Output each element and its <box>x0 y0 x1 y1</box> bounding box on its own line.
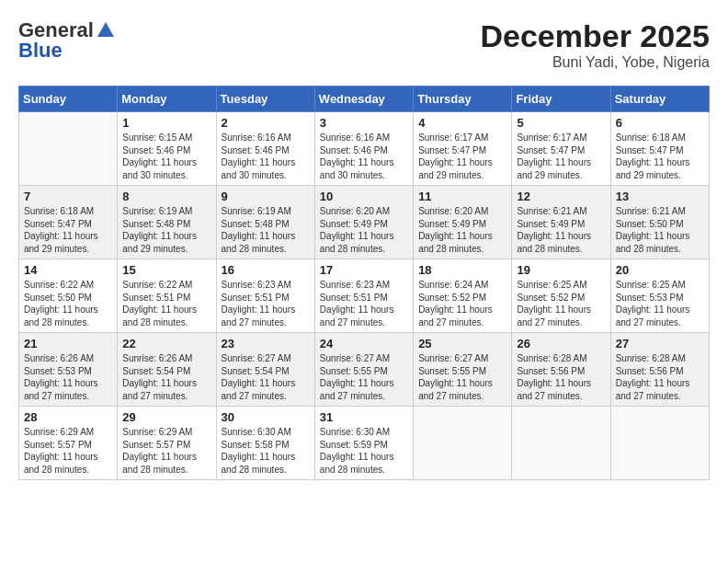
cell-info: Sunrise: 6:29 AM Sunset: 5:57 PM Dayligh… <box>122 427 197 475</box>
calendar-cell: 4 Sunrise: 6:17 AM Sunset: 5:47 PM Dayli… <box>414 112 512 186</box>
calendar-week-row: 21 Sunrise: 6:26 AM Sunset: 5:53 PM Dayl… <box>19 333 710 407</box>
calendar-cell: 25 Sunrise: 6:27 AM Sunset: 5:55 PM Dayl… <box>414 333 512 407</box>
calendar-cell <box>610 407 709 480</box>
logo: General Blue <box>18 18 116 63</box>
cell-info: Sunrise: 6:19 AM Sunset: 5:48 PM Dayligh… <box>122 206 197 254</box>
calendar-cell: 28 Sunrise: 6:29 AM Sunset: 5:57 PM Dayl… <box>19 407 118 480</box>
cell-info: Sunrise: 6:23 AM Sunset: 5:51 PM Dayligh… <box>222 280 296 327</box>
cell-info: Sunrise: 6:18 AM Sunset: 5:47 PM Dayligh… <box>616 132 690 180</box>
cell-info: Sunrise: 6:21 AM Sunset: 5:49 PM Dayligh… <box>517 206 591 254</box>
calendar-header-row: SundayMondayTuesdayWednesdayThursdayFrid… <box>19 86 710 112</box>
cell-info: Sunrise: 6:20 AM Sunset: 5:49 PM Dayligh… <box>418 206 493 254</box>
day-number: 1 <box>122 116 210 130</box>
logo-icon <box>96 20 116 40</box>
page-subtitle: Buni Yadi, Yobe, Nigeria <box>480 54 710 71</box>
cell-info: Sunrise: 6:25 AM Sunset: 5:52 PM Dayligh… <box>517 280 591 327</box>
calendar-cell: 22 Sunrise: 6:26 AM Sunset: 5:54 PM Dayl… <box>118 333 216 407</box>
day-number: 29 <box>122 410 210 424</box>
cell-info: Sunrise: 6:16 AM Sunset: 5:46 PM Dayligh… <box>222 132 296 180</box>
calendar-cell: 18 Sunrise: 6:24 AM Sunset: 5:52 PM Dayl… <box>414 259 512 333</box>
cell-info: Sunrise: 6:23 AM Sunset: 5:51 PM Dayligh… <box>320 280 394 327</box>
day-number: 13 <box>616 190 704 203</box>
calendar-week-row: 28 Sunrise: 6:29 AM Sunset: 5:57 PM Dayl… <box>19 407 710 480</box>
calendar-cell: 15 Sunrise: 6:22 AM Sunset: 5:51 PM Dayl… <box>118 259 216 333</box>
calendar-cell: 9 Sunrise: 6:19 AM Sunset: 5:48 PM Dayli… <box>216 186 314 259</box>
calendar-cell: 24 Sunrise: 6:27 AM Sunset: 5:55 PM Dayl… <box>314 333 413 407</box>
cell-info: Sunrise: 6:26 AM Sunset: 5:54 PM Dayligh… <box>122 353 197 401</box>
calendar-table: SundayMondayTuesdayWednesdayThursdayFrid… <box>18 86 710 480</box>
day-number: 11 <box>418 190 506 203</box>
calendar-week-row: 7 Sunrise: 6:18 AM Sunset: 5:47 PM Dayli… <box>19 186 710 259</box>
calendar-week-row: 14 Sunrise: 6:22 AM Sunset: 5:50 PM Dayl… <box>19 259 710 333</box>
cell-info: Sunrise: 6:22 AM Sunset: 5:51 PM Dayligh… <box>122 280 197 327</box>
weekday-header: Sunday <box>19 86 118 112</box>
day-number: 20 <box>616 263 704 277</box>
day-number: 19 <box>517 263 605 277</box>
day-number: 23 <box>222 337 310 350</box>
page-header: General Blue December 2025 Buni Yadi, Yo… <box>18 18 710 71</box>
page-title: December 2025 <box>480 18 710 54</box>
day-number: 17 <box>320 263 408 277</box>
day-number: 9 <box>222 190 310 203</box>
day-number: 27 <box>616 337 704 350</box>
cell-info: Sunrise: 6:15 AM Sunset: 5:46 PM Dayligh… <box>122 132 197 180</box>
cell-info: Sunrise: 6:27 AM Sunset: 5:55 PM Dayligh… <box>320 353 394 401</box>
day-number: 6 <box>616 116 704 130</box>
cell-info: Sunrise: 6:18 AM Sunset: 5:47 PM Dayligh… <box>24 206 98 254</box>
calendar-cell: 20 Sunrise: 6:25 AM Sunset: 5:53 PM Dayl… <box>610 259 709 333</box>
calendar-cell: 17 Sunrise: 6:23 AM Sunset: 5:51 PM Dayl… <box>314 259 413 333</box>
cell-info: Sunrise: 6:28 AM Sunset: 5:56 PM Dayligh… <box>616 353 690 401</box>
calendar-cell <box>512 407 610 480</box>
calendar-cell: 13 Sunrise: 6:21 AM Sunset: 5:50 PM Dayl… <box>610 186 709 259</box>
calendar-cell: 5 Sunrise: 6:17 AM Sunset: 5:47 PM Dayli… <box>512 112 610 186</box>
svg-marker-0 <box>97 22 114 37</box>
calendar-cell: 19 Sunrise: 6:25 AM Sunset: 5:52 PM Dayl… <box>512 259 610 333</box>
cell-info: Sunrise: 6:27 AM Sunset: 5:54 PM Dayligh… <box>222 353 296 401</box>
day-number: 22 <box>122 337 210 350</box>
cell-info: Sunrise: 6:17 AM Sunset: 5:47 PM Dayligh… <box>418 132 493 180</box>
cell-info: Sunrise: 6:26 AM Sunset: 5:53 PM Dayligh… <box>24 353 98 401</box>
weekday-header: Saturday <box>610 86 709 112</box>
weekday-header: Thursday <box>414 86 512 112</box>
cell-info: Sunrise: 6:24 AM Sunset: 5:52 PM Dayligh… <box>418 280 493 327</box>
logo-blue-text: Blue <box>18 39 63 63</box>
calendar-cell: 16 Sunrise: 6:23 AM Sunset: 5:51 PM Dayl… <box>216 259 314 333</box>
calendar-cell: 2 Sunrise: 6:16 AM Sunset: 5:46 PM Dayli… <box>216 112 314 186</box>
day-number: 26 <box>517 337 605 350</box>
calendar-cell: 11 Sunrise: 6:20 AM Sunset: 5:49 PM Dayl… <box>414 186 512 259</box>
cell-info: Sunrise: 6:17 AM Sunset: 5:47 PM Dayligh… <box>517 132 591 180</box>
weekday-header: Tuesday <box>216 86 314 112</box>
calendar-cell: 3 Sunrise: 6:16 AM Sunset: 5:46 PM Dayli… <box>314 112 413 186</box>
calendar-cell: 1 Sunrise: 6:15 AM Sunset: 5:46 PM Dayli… <box>118 112 216 186</box>
cell-info: Sunrise: 6:19 AM Sunset: 5:48 PM Dayligh… <box>222 206 296 254</box>
day-number: 28 <box>24 410 112 424</box>
cell-info: Sunrise: 6:22 AM Sunset: 5:50 PM Dayligh… <box>24 280 98 327</box>
cell-info: Sunrise: 6:30 AM Sunset: 5:59 PM Dayligh… <box>320 427 394 475</box>
cell-info: Sunrise: 6:16 AM Sunset: 5:46 PM Dayligh… <box>320 132 394 180</box>
day-number: 8 <box>122 190 210 203</box>
calendar-cell: 23 Sunrise: 6:27 AM Sunset: 5:54 PM Dayl… <box>216 333 314 407</box>
cell-info: Sunrise: 6:27 AM Sunset: 5:55 PM Dayligh… <box>418 353 493 401</box>
day-number: 3 <box>320 116 408 130</box>
cell-info: Sunrise: 6:21 AM Sunset: 5:50 PM Dayligh… <box>616 206 690 254</box>
calendar-cell: 29 Sunrise: 6:29 AM Sunset: 5:57 PM Dayl… <box>118 407 216 480</box>
cell-info: Sunrise: 6:30 AM Sunset: 5:58 PM Dayligh… <box>222 427 296 475</box>
day-number: 21 <box>24 337 112 350</box>
cell-info: Sunrise: 6:29 AM Sunset: 5:57 PM Dayligh… <box>24 427 98 475</box>
cell-info: Sunrise: 6:25 AM Sunset: 5:53 PM Dayligh… <box>616 280 690 327</box>
day-number: 25 <box>418 337 506 350</box>
day-number: 16 <box>222 263 310 277</box>
calendar-cell <box>19 112 118 186</box>
day-number: 31 <box>320 410 408 424</box>
weekday-header: Wednesday <box>314 86 413 112</box>
weekday-header: Monday <box>118 86 216 112</box>
cell-info: Sunrise: 6:28 AM Sunset: 5:56 PM Dayligh… <box>517 353 591 401</box>
cell-info: Sunrise: 6:20 AM Sunset: 5:49 PM Dayligh… <box>320 206 394 254</box>
calendar-cell: 31 Sunrise: 6:30 AM Sunset: 5:59 PM Dayl… <box>314 407 413 480</box>
day-number: 15 <box>122 263 210 277</box>
calendar-cell: 8 Sunrise: 6:19 AM Sunset: 5:48 PM Dayli… <box>118 186 216 259</box>
weekday-header: Friday <box>512 86 610 112</box>
day-number: 24 <box>320 337 408 350</box>
calendar-cell: 14 Sunrise: 6:22 AM Sunset: 5:50 PM Dayl… <box>19 259 118 333</box>
day-number: 30 <box>222 410 310 424</box>
